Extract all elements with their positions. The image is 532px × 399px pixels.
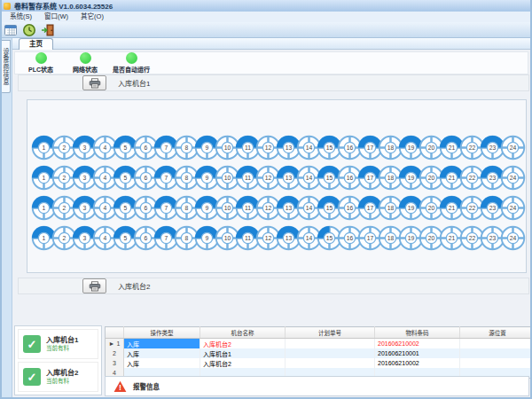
- machine-status-card: ✓入库机台2当前有料: [18, 362, 98, 392]
- svg-text:10: 10: [224, 174, 231, 180]
- table-cell[interactable]: [286, 358, 375, 368]
- svg-text:4: 4: [104, 204, 107, 210]
- svg-text:3: 3: [83, 174, 87, 180]
- row-header-cell[interactable]: ► 1: [106, 339, 124, 349]
- svg-text:14: 14: [306, 234, 313, 240]
- svg-text:22: 22: [469, 144, 476, 150]
- card-machine-title: 入库机台1: [46, 336, 78, 345]
- table-cell[interactable]: 入库机台2: [200, 358, 286, 368]
- svg-text:19: 19: [408, 204, 415, 210]
- title-bar: 卷料暂存系统 V1.0.6034.25526: [0, 0, 532, 12]
- table-column-header[interactable]: 操作类型: [124, 327, 200, 339]
- collapsed-panel-tab[interactable]: 设备监控信息: [1, 40, 11, 93]
- machine1-title: 入库机台1: [118, 78, 150, 88]
- table-header-row: 操作类型机台名称计划单号物料条码源位置: [106, 327, 532, 339]
- svg-text:9: 9: [206, 204, 209, 210]
- menu-item[interactable]: 窗口(W): [38, 12, 74, 22]
- toolbar: [0, 22, 532, 38]
- table-cell[interactable]: 入库: [124, 348, 200, 358]
- svg-text:5: 5: [124, 234, 128, 240]
- svg-text:24: 24: [510, 234, 517, 240]
- slot-rows: 1234567891011121314151617181920212223241…: [27, 100, 526, 253]
- svg-text:7: 7: [165, 174, 168, 180]
- svg-text:6: 6: [145, 234, 148, 240]
- status-indicator-label: PLC状态: [28, 65, 53, 74]
- table-row[interactable]: 3入库入库机台2201606210002: [106, 358, 532, 368]
- menu-item[interactable]: 系统(S): [4, 12, 38, 22]
- svg-text:20: 20: [428, 204, 435, 210]
- warning-icon: !: [113, 380, 127, 393]
- svg-text:8: 8: [185, 204, 189, 210]
- table-cell[interactable]: 入库: [124, 358, 200, 368]
- table-cell[interactable]: 入库机台2: [200, 339, 286, 349]
- exit-door-icon: [41, 23, 55, 37]
- printer-icon: [89, 281, 101, 292]
- status-indicator: PLC状态: [24, 52, 58, 74]
- slot-row: 123456789101112131415161718192021222324: [27, 162, 526, 192]
- table-column-header[interactable]: 机台名称: [200, 327, 286, 339]
- status-light-icon: [80, 52, 91, 64]
- svg-text:12: 12: [265, 234, 272, 240]
- table-cell[interactable]: [286, 348, 375, 358]
- svg-text:11: 11: [245, 144, 251, 150]
- table-row[interactable]: 2入库入库机台1201606210001: [106, 348, 532, 358]
- table-column-header[interactable]: 物料条码: [375, 327, 460, 339]
- svg-text:13: 13: [286, 174, 293, 180]
- table-cell[interactable]: 入库: [124, 339, 200, 349]
- alarm-bar: ! 报警信息: [105, 376, 529, 396]
- slot-row: 123456789101112131415161718192021222324: [27, 132, 526, 162]
- menu-bar: 系统(S)窗口(W)其它(O): [0, 12, 532, 22]
- svg-text:17: 17: [367, 234, 374, 240]
- table-cell[interactable]: 201606210002: [375, 339, 460, 349]
- card-machine-status: 当前有料: [46, 378, 78, 385]
- exit-button[interactable]: [41, 23, 55, 37]
- svg-text:!: !: [119, 383, 121, 392]
- table-cell[interactable]: [460, 358, 532, 368]
- storage-slot-icon: 24: [500, 225, 526, 251]
- clock-icon: [22, 23, 36, 37]
- table-cell[interactable]: [460, 339, 532, 349]
- table-column-header[interactable]: 源位置: [460, 327, 532, 339]
- row-header-cell[interactable]: 2: [106, 348, 124, 358]
- tab-home[interactable]: 主页: [19, 38, 53, 50]
- svg-text:7: 7: [165, 234, 168, 240]
- table-cell[interactable]: [286, 339, 375, 349]
- table-column-header[interactable]: 计划单号: [286, 327, 375, 339]
- machine2-print-button[interactable]: [82, 278, 106, 293]
- svg-text:6: 6: [145, 144, 148, 150]
- card-machine-status: 当前有料: [46, 345, 78, 352]
- svg-text:18: 18: [387, 204, 395, 210]
- status-indicator: 网络状态: [68, 52, 102, 74]
- row-header-cell[interactable]: 3: [106, 358, 124, 368]
- card-machine-title: 入库机台2: [46, 369, 78, 378]
- machine2-title: 入库机台2: [118, 281, 150, 291]
- check-icon: ✓: [23, 335, 41, 353]
- table-row[interactable]: ► 1入库入库机台2201606210002: [106, 339, 532, 349]
- svg-text:5: 5: [124, 144, 128, 150]
- machine1-slot-panel: 1234567891011121314151617181920212223241…: [27, 99, 527, 273]
- svg-text:11: 11: [245, 174, 251, 180]
- storage-slot-icon: 24: [500, 165, 526, 191]
- calendar-button[interactable]: [4, 23, 18, 37]
- svg-text:19: 19: [408, 144, 415, 150]
- table-cell[interactable]: [460, 348, 532, 358]
- svg-text:7: 7: [165, 144, 168, 150]
- table-cell[interactable]: 201606210001: [375, 348, 460, 358]
- slot-row: 123456789101112131415161718192021222324: [27, 192, 526, 223]
- svg-text:4: 4: [104, 144, 107, 150]
- svg-text:16: 16: [347, 144, 354, 150]
- slot-row: 123456789101112131415161718192021222324: [27, 223, 526, 253]
- table-cell[interactable]: 入库机台1: [200, 348, 286, 358]
- printer-icon: [89, 78, 101, 89]
- svg-text:8: 8: [185, 174, 189, 180]
- svg-text:23: 23: [489, 234, 497, 240]
- svg-text:23: 23: [489, 144, 497, 150]
- svg-text:4: 4: [104, 234, 107, 240]
- clock-button[interactable]: [22, 23, 36, 37]
- menu-item[interactable]: 其它(O): [74, 12, 110, 22]
- svg-text:18: 18: [387, 234, 395, 240]
- svg-text:8: 8: [185, 234, 189, 240]
- machine1-print-button[interactable]: [82, 75, 106, 90]
- svg-text:14: 14: [306, 174, 313, 180]
- table-cell[interactable]: 201606210002: [375, 358, 460, 368]
